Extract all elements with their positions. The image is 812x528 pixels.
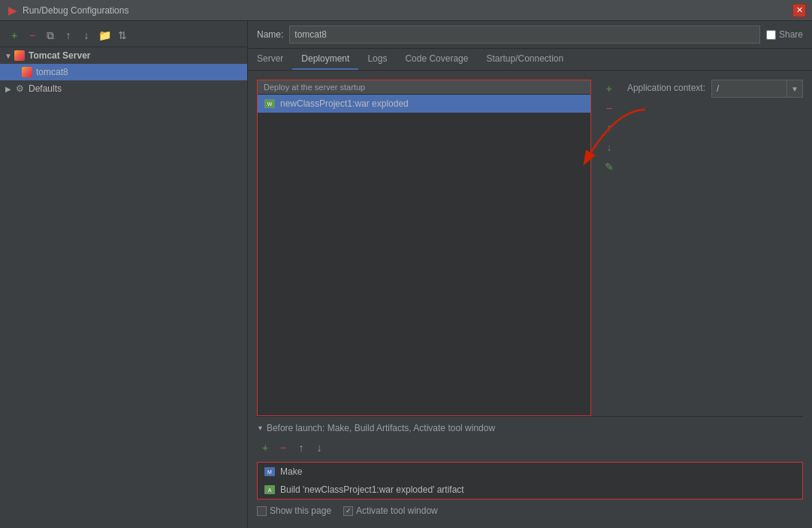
- before-launch-title: Before launch: Make, Build Artifacts, Ac…: [267, 423, 495, 433]
- tree-group-defaults[interactable]: ▶ ⚙ Defaults: [0, 80, 247, 97]
- deploy-list-header: Deploy at the server startup: [258, 80, 590, 95]
- before-launch-arrow: ▼: [257, 424, 264, 432]
- tree-item-tomcat8[interactable]: tomcat8: [0, 64, 247, 80]
- launch-list-container: M Make A Build 'newClassProject1:war exp…: [257, 462, 803, 499]
- copy-config-button[interactable]: ⧉: [42, 27, 59, 44]
- tree-arrow-defaults: ▶: [3, 83, 14, 94]
- title-bar: ▶ Run/Debug Configurations ✕: [0, 0, 812, 21]
- share-area: Share: [766, 29, 803, 40]
- relative-container: Deploy at the server startup W newClassP…: [257, 80, 803, 519]
- app-context-field[interactable]: [711, 80, 786, 98]
- app-context-section: Application context: ▼: [627, 80, 803, 416]
- tab-deployment[interactable]: Deployment: [292, 49, 358, 70]
- bottom-checkboxes: Show this page ✓ Activate tool window: [257, 502, 803, 519]
- move-up-button[interactable]: ↑: [60, 27, 77, 44]
- tab-server[interactable]: Server: [248, 49, 292, 70]
- content-area: Name: Share Server Deployment Logs Code …: [248, 21, 812, 528]
- launch-remove-button[interactable]: −: [275, 439, 291, 456]
- tree-group-tomcat[interactable]: ▼ Tomcat Server: [0, 47, 247, 64]
- tab-code-coverage[interactable]: Code Coverage: [396, 49, 477, 70]
- launch-item-make-label: Make: [280, 466, 302, 477]
- activate-window-checkbox-item[interactable]: ✓ Activate tool window: [343, 505, 438, 516]
- make-icon: M: [264, 466, 276, 477]
- name-label: Name:: [257, 29, 283, 40]
- app-context-input: ▼: [711, 80, 803, 98]
- red-arrow-2: [802, 461, 812, 506]
- add-config-button[interactable]: +: [6, 27, 23, 44]
- tab-startup-connection[interactable]: Startup/Connection: [477, 49, 572, 70]
- tomcat8-icon: [21, 66, 33, 78]
- artifact-icon: A: [264, 484, 276, 495]
- deploy-section: Deploy at the server startup W newClassP…: [257, 80, 803, 416]
- before-launch-header: ▼ Before launch: Make, Build Artifacts, …: [257, 423, 803, 433]
- deploy-item-label: newClassProject1:war exploded: [280, 98, 409, 109]
- show-page-label: Show this page: [270, 505, 331, 516]
- share-label: Share: [779, 29, 803, 40]
- launch-up-button[interactable]: ↑: [293, 439, 309, 456]
- defaults-group-label: Defaults: [29, 83, 62, 94]
- deploy-remove-button[interactable]: −: [600, 99, 618, 117]
- activate-window-label: Activate tool window: [356, 505, 438, 516]
- move-down-button[interactable]: ↓: [78, 27, 95, 44]
- sidebar: + − ⧉ ↑ ↓ 📁 ⇅ ▼ Tomcat Server tomcat8 ▶ …: [0, 21, 248, 528]
- tabs-bar: Server Deployment Logs Code Coverage Sta…: [248, 49, 812, 71]
- tomcat-group-label: Tomcat Server: [29, 50, 90, 61]
- deploy-up-button[interactable]: ↑: [600, 119, 618, 137]
- before-launch-section: ▼ Before launch: Make, Build Artifacts, …: [257, 416, 803, 519]
- deploy-edit-button[interactable]: ✎: [600, 158, 618, 176]
- main-layout: + − ⧉ ↑ ↓ 📁 ⇅ ▼ Tomcat Server tomcat8 ▶ …: [0, 21, 812, 528]
- activate-window-checkbox[interactable]: ✓: [343, 506, 353, 516]
- show-page-checkbox[interactable]: [257, 506, 267, 516]
- name-bar: Name: Share: [248, 21, 812, 49]
- app-context-label: Application context:: [627, 80, 705, 93]
- show-page-checkbox-item[interactable]: Show this page: [257, 505, 331, 516]
- share-checkbox[interactable]: [766, 30, 776, 40]
- tab-logs[interactable]: Logs: [358, 49, 396, 70]
- deploy-down-button[interactable]: ↓: [600, 138, 618, 156]
- sidebar-toolbar: + − ⧉ ↑ ↓ 📁 ⇅: [0, 24, 247, 47]
- close-button[interactable]: ✕: [792, 4, 806, 17]
- deploy-add-button[interactable]: +: [600, 80, 618, 98]
- app-icon: ▶: [6, 5, 18, 17]
- war-icon: W: [264, 98, 276, 109]
- defaults-icon: ⚙: [14, 83, 26, 95]
- before-launch-toolbar: + − ↑ ↓: [257, 439, 803, 456]
- tree-arrow-tomcat: ▼: [3, 50, 14, 61]
- tomcat-group-icon: [14, 50, 26, 62]
- deploy-list[interactable]: W newClassProject1:war exploded: [258, 95, 590, 415]
- deploy-list-container: Deploy at the server startup W newClassP…: [257, 80, 591, 416]
- deploy-item-war[interactable]: W newClassProject1:war exploded: [258, 95, 590, 113]
- name-input[interactable]: [289, 26, 760, 44]
- remove-config-button[interactable]: −: [24, 27, 41, 44]
- app-context-dropdown[interactable]: ▼: [786, 80, 803, 98]
- launch-down-button[interactable]: ↓: [311, 439, 328, 456]
- launch-add-button[interactable]: +: [257, 439, 273, 456]
- folder-button[interactable]: 📁: [96, 27, 113, 44]
- deploy-side-buttons: + − ↑ ↓ ✎: [600, 80, 618, 416]
- tree-item-tomcat8-label: tomcat8: [36, 67, 68, 77]
- window-title: Run/Debug Configurations: [23, 5, 792, 16]
- sort-button[interactable]: ⇅: [114, 27, 131, 44]
- launch-item-artifact-label: Build 'newClassProject1:war exploded' ar…: [280, 484, 464, 495]
- tab-content-deployment: Deploy at the server startup W newClassP…: [248, 71, 812, 528]
- launch-item-make[interactable]: M Make: [258, 463, 802, 481]
- launch-item-artifact[interactable]: A Build 'newClassProject1:war exploded' …: [258, 481, 802, 499]
